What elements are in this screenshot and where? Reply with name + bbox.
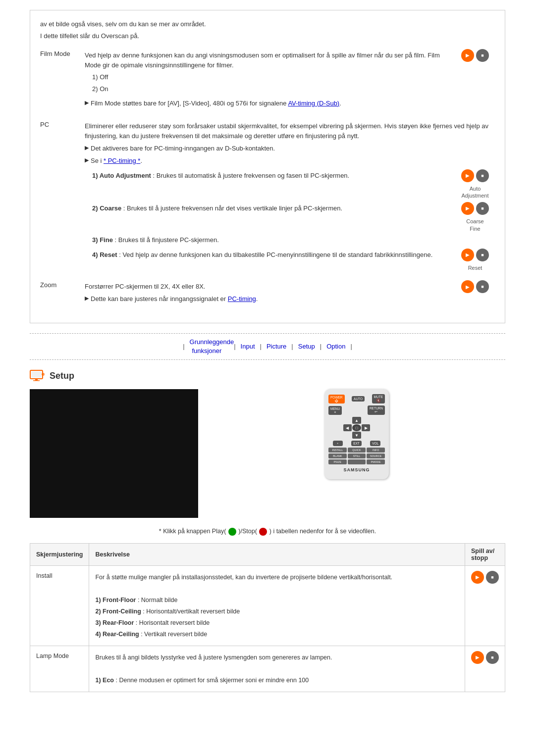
svg-rect-1	[35, 379, 38, 380]
stop-icon-lamp[interactable]	[486, 651, 499, 664]
intro-line1: av et bilde også vises, selv om du kan s…	[40, 19, 495, 30]
arrow-icon1: ▶	[85, 144, 89, 152]
film-mode-row: Film Mode Ved hjelp av denne funksjonen …	[40, 49, 495, 111]
plus-button[interactable]: +	[333, 441, 343, 446]
dpad-right[interactable]: ▶	[362, 424, 371, 431]
blank-button[interactable]: BLANK	[328, 454, 347, 458]
install-button[interactable]: INSTALL	[328, 448, 347, 453]
pc-timing-link2[interactable]: PC-timing	[228, 295, 256, 302]
film-mode-label: Film Mode	[40, 49, 85, 57]
return-button[interactable]: RETURN↩	[368, 405, 385, 415]
nav-grunnleggende[interactable]: Grunnleggendefunksjoner	[185, 338, 234, 354]
quick-button[interactable]: QUICK	[348, 448, 366, 453]
pc-bullet1-text: Det aktiveres bare for PC-timing-inngang…	[91, 144, 275, 154]
nav-center: Grunnleggendefunksjoner	[185, 338, 234, 355]
zoom-icon-pair	[461, 280, 489, 293]
screen-image	[30, 389, 198, 518]
stop-circle-icon	[259, 528, 267, 536]
play-icon-film[interactable]	[461, 49, 474, 62]
psize-button[interactable]: PSIZE	[328, 459, 347, 464]
stop-icon-auto[interactable]	[476, 169, 489, 182]
nav-input[interactable]: Input	[236, 343, 260, 350]
zoom-note-text: Dette kan bare justeres når inngangssign…	[91, 294, 258, 304]
coarse-text: 2) Coarse : Brukes til å justere frekven…	[92, 203, 448, 214]
pc-content: Eliminerer eller reduserer støy som forå…	[85, 120, 495, 271]
film-mode-icons	[455, 49, 495, 65]
play-icon-coarse[interactable]	[461, 202, 474, 215]
lamp-intro: Brukes til å angi bildets lysstyrke ved …	[95, 653, 459, 662]
dpad-down[interactable]: ▼	[352, 432, 361, 439]
still-button[interactable]: STILL	[348, 454, 366, 458]
setup-monitor-icon	[30, 370, 45, 382]
av-timing-link[interactable]: AV-timing (D-Sub)	[288, 100, 339, 107]
auto-button[interactable]: AUTO	[352, 396, 365, 402]
arrow-icon: ▶	[85, 99, 89, 107]
pc-bullet1: ▶ Det aktiveres bare for PC-timing-innga…	[85, 144, 495, 154]
zoom-row: Zoom Forstørrer PC-skjermen til 2X, 4X e…	[40, 280, 495, 306]
zoom-icons	[455, 280, 495, 296]
play-icon-lamp[interactable]	[471, 651, 484, 664]
install-label: Install	[30, 566, 89, 646]
reset-item: 4) Reset : Ved hjelp av denne funksjonen…	[92, 250, 448, 260]
table-row-install: Install For å støtte mulige mangler på i…	[30, 566, 505, 646]
auto-adj-icon-label: AutoAdjustment	[461, 185, 488, 200]
dpad-left[interactable]: ◀	[343, 424, 352, 431]
stop-icon-reset[interactable]	[476, 249, 489, 261]
pc-intro: Eliminerer eller reduserer støy som forå…	[85, 121, 495, 142]
coarse-icon-label: CoarseFine	[466, 218, 483, 232]
vol-button[interactable]: VOL	[370, 441, 380, 446]
info-button[interactable]: INFO	[367, 448, 385, 453]
coarse-content: 2) Coarse : Brukes til å justere frekven…	[85, 202, 448, 215]
play-icon-auto[interactable]	[461, 169, 474, 182]
film-mode-icon-pair	[461, 49, 489, 62]
setup-header: Setup	[30, 370, 505, 382]
ext-button[interactable]: EXT	[351, 441, 362, 446]
table-row-lamp: Lamp Mode Brukes til å angi bildets lyss…	[30, 646, 505, 692]
install-item4: 4) Rear-Ceiling : Vertikalt reversert bi…	[95, 629, 459, 639]
play-icon-reset[interactable]	[461, 249, 474, 261]
pc-timing-link1[interactable]: * PC-timing *	[104, 157, 140, 164]
auto-adj-text: 1) Auto Adjustment : Brukes til automati…	[92, 171, 448, 181]
samsung-logo: SAMSUNG	[328, 467, 385, 472]
stop-icon-film[interactable]	[476, 49, 489, 62]
coarse-icon-pair	[461, 202, 489, 215]
top-intro: av et bilde også vises, selv om du kan s…	[40, 19, 495, 42]
menu-button[interactable]: MENU≡	[328, 406, 342, 415]
film-mode-item2: 2) On	[92, 84, 448, 95]
nav-setup[interactable]: Setup	[293, 343, 320, 350]
dpad-center[interactable]: □	[352, 424, 361, 431]
remote-control: POWER⏻ AUTO MUTE🔇 MENU≡ RETURN↩ ▲ ◀ □	[324, 389, 389, 479]
stop-icon-zoom[interactable]	[476, 280, 489, 293]
reset-icon-label: Reset	[468, 264, 482, 271]
auto-adj-item: 1) Auto Adjustment : Brukes til automati…	[92, 171, 448, 181]
remote-install-row: INSTALL QUICK INFO	[328, 448, 385, 453]
nav-bar: | Grunnleggendefunksjoner | Input | Pict…	[30, 333, 505, 360]
dpad-empty2	[362, 417, 371, 424]
film-mode-items: 1) Off 2) On	[92, 72, 448, 95]
col-skjerm: Skjermjustering	[30, 544, 89, 566]
intro-line2: I dette tilfellet slår du Overscan på.	[40, 31, 495, 42]
source-button[interactable]: SOURCE	[367, 454, 385, 458]
play-icon-install[interactable]	[471, 571, 484, 584]
power-button[interactable]: POWER⏻	[328, 395, 345, 403]
remote-menu-row: MENU≡ RETURN↩	[328, 405, 385, 415]
nav-option[interactable]: Option	[321, 343, 350, 350]
pc-bullet2: ▶ Se i * PC-timing *.	[85, 156, 495, 166]
stop-icon-install[interactable]	[486, 571, 499, 584]
remote-blank-row: BLANK STILL SOURCE	[328, 454, 385, 458]
col-spill: Spill av/ stopp	[465, 544, 505, 566]
stop-icon-coarse[interactable]	[476, 202, 489, 215]
play-icon-zoom[interactable]	[461, 280, 474, 293]
mute-button[interactable]: MUTE🔇	[372, 394, 385, 403]
film-mode-note-text: Film Mode støttes bare for [AV], [S-Vide…	[91, 99, 341, 109]
nav-picture[interactable]: Picture	[262, 343, 291, 350]
svg-point-4	[42, 373, 45, 376]
dpad: ▲ ◀ □ ▶ ▼	[343, 417, 371, 439]
pmode-button[interactable]: PMODE	[367, 459, 385, 464]
fine-item: 3) Fine : Brukes til å finjustere PC-skj…	[92, 235, 495, 246]
zoom-content: Forstørrer PC-skjermen til 2X, 4X eller …	[85, 280, 448, 306]
remote-top-row: POWER⏻ AUTO MUTE🔇	[328, 394, 385, 403]
pc-label: PC	[40, 120, 85, 128]
dpad-up[interactable]: ▲	[352, 417, 361, 424]
pc-sub-items: 1) Auto Adjustment : Brukes til automati…	[85, 169, 495, 271]
